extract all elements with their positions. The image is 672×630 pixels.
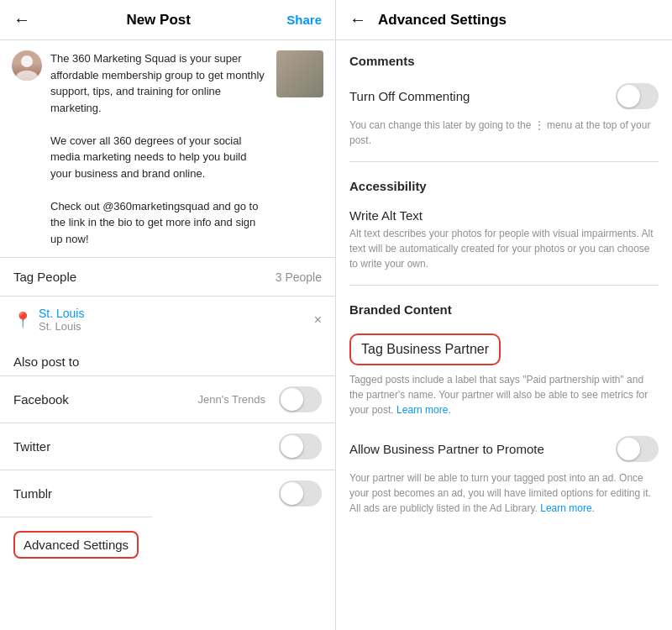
twitter-toggle[interactable] — [279, 433, 322, 459]
branded-content-header: Branded Content — [349, 289, 659, 323]
post-body-text: The 360 Marketing Squad is your super af… — [50, 50, 270, 247]
share-button[interactable]: Share — [286, 13, 322, 27]
location-sub: St. Louis — [39, 320, 307, 333]
svg-point-0 — [21, 55, 33, 67]
location-section[interactable]: 📍 St. Louis St. Louis × — [0, 296, 335, 343]
twitter-label: Twitter — [13, 439, 50, 454]
social-item-tumblr: Tumblr — [0, 470, 335, 517]
location-pin-icon: 📍 — [13, 311, 32, 329]
social-item-twitter: Twitter — [0, 423, 335, 470]
advanced-settings-label: Advanced Settings — [13, 531, 139, 559]
left-header: ← New Post Share — [0, 0, 335, 40]
turn-off-commenting-toggle[interactable] — [616, 83, 659, 109]
new-post-title: New Post — [126, 12, 191, 29]
advanced-settings-title: Advanced Settings — [378, 12, 507, 29]
right-header: ← Advanced Settings — [336, 0, 672, 40]
right-content: Comments Turn Off Commenting You can cha… — [336, 40, 672, 630]
facebook-label: Facebook — [13, 392, 69, 407]
allow-promote-toggle[interactable] — [616, 436, 659, 462]
right-back-arrow-icon[interactable]: ← — [349, 10, 366, 29]
commenting-desc: You can change this later by going to th… — [349, 118, 659, 158]
back-arrow-icon[interactable]: ← — [13, 10, 30, 29]
post-text-content: The 360 Marketing Squad is your super af… — [50, 50, 323, 247]
allow-promote-label: Allow Business Partner to Promote — [349, 442, 544, 456]
tag-people-count: 3 People — [276, 270, 322, 284]
tag-business-partner-row[interactable]: Tag Business Partner — [349, 323, 659, 372]
comments-section-header: Comments — [349, 40, 659, 75]
location-info: St. Louis St. Louis — [39, 307, 307, 333]
facebook-value: Jenn's Trends — [197, 393, 265, 406]
accessibility-section-header: Accessibility — [349, 165, 659, 200]
tag-desc: Tagged posts include a label that says "… — [349, 372, 659, 428]
tumblr-toggle[interactable] — [279, 480, 322, 507]
location-name: St. Louis — [39, 307, 307, 320]
right-panel: ← Advanced Settings Comments Turn Off Co… — [336, 0, 672, 630]
left-panel: ← New Post Share The 360 Marketing Squad… — [0, 0, 336, 630]
alt-text-desc: Alt text describes your photos for peopl… — [349, 226, 659, 281]
facebook-toggle[interactable] — [279, 386, 322, 412]
location-close-icon[interactable]: × — [314, 312, 322, 328]
turn-off-commenting-label: Turn Off Commenting — [349, 89, 470, 103]
learn-more-link-1[interactable]: Learn more. — [396, 404, 451, 416]
left-content: The 360 Marketing Squad is your super af… — [0, 40, 335, 630]
promote-desc: Your partner will be able to turn your t… — [349, 470, 659, 526]
tag-people-label: Tag People — [13, 270, 76, 284]
post-thumbnail — [276, 50, 323, 97]
tag-business-partner-label[interactable]: Tag Business Partner — [349, 333, 501, 365]
advanced-settings-button[interactable]: Advanced Settings — [0, 517, 152, 572]
tag-people-section[interactable]: Tag People 3 People — [0, 257, 335, 296]
divider-1 — [349, 161, 659, 162]
allow-promote-row: Allow Business Partner to Promote — [349, 428, 659, 470]
turn-off-commenting-row: Turn Off Commenting — [349, 75, 659, 118]
avatar — [12, 50, 42, 81]
also-post-to-label: Also post to — [0, 343, 335, 375]
svg-point-1 — [16, 71, 38, 81]
learn-more-link-2[interactable]: Learn more. — [540, 502, 595, 514]
branded-content-section: Branded Content Tag Business Partner Tag… — [349, 289, 659, 526]
divider-2 — [349, 285, 659, 286]
social-item-facebook: Facebook Jenn's Trends — [0, 375, 335, 423]
tumblr-label: Tumblr — [13, 486, 52, 501]
write-alt-text-label[interactable]: Write Alt Text — [349, 200, 659, 226]
post-text-area: The 360 Marketing Squad is your super af… — [0, 40, 335, 257]
